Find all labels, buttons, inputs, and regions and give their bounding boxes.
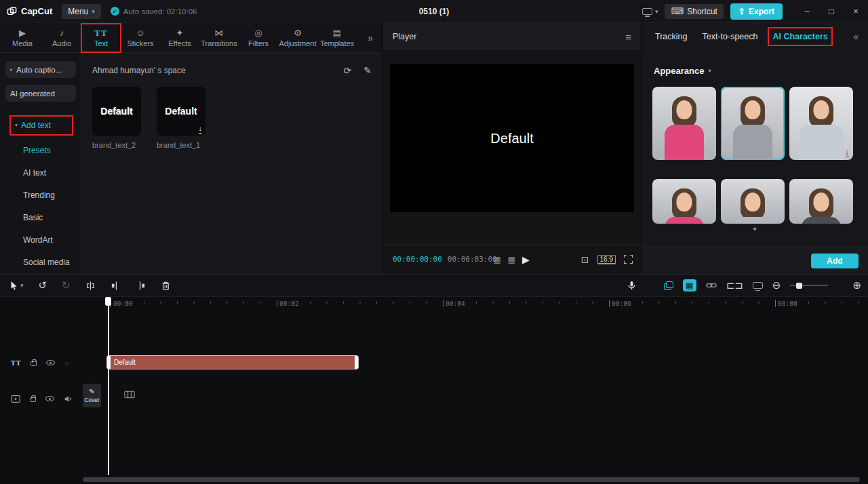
sidebar-item-add-text[interactable]: ▾ Add text [11,117,72,134]
timeline-scrollbar[interactable] [83,477,860,482]
frame-forward-icon[interactable]: ▦ [508,255,515,264]
player-title: Player [393,32,416,41]
edit-icon[interactable]: ✎ [363,65,372,76]
right-panel-tabs: Tracking Text-to-speech AI Characters « [642,23,868,50]
avatar-thumbnail-2[interactable] [721,87,785,160]
auto-snap-toggle[interactable]: ▦ [683,279,696,291]
avatar-thumbnail-3[interactable]: ↓ [789,87,853,160]
sidebar-item-presets[interactable]: Presets [0,140,81,162]
link-clips-toggle[interactable] [706,281,717,290]
tab-text-to-speech[interactable]: Text-to-speech [702,32,757,41]
toggle-visibility-icon[interactable] [46,360,55,365]
avatar-thumbnail-4[interactable] [652,179,716,224]
lock-icon[interactable] [30,397,36,402]
minimize-button[interactable]: – [795,0,819,23]
tab-label: Audio [52,39,71,47]
trim-left-icon [111,281,121,291]
ruler-label: 00:00 [111,300,133,307]
preview-overlay-text[interactable]: Default [490,130,533,146]
autosave-text: Auto saved: 02:10:06 [123,7,197,16]
timeline-zoom-slider[interactable] [790,281,828,290]
video-track-header [0,391,81,406]
tab-templates[interactable]: ▤ Templates [317,24,357,52]
preview-axis-toggle[interactable] [753,282,763,289]
tab-text[interactable]: TT Text [81,24,121,52]
sidebar-item-basic[interactable]: Basic [0,206,81,228]
tab-tracking[interactable]: Tracking [655,32,687,41]
close-button[interactable]: × [844,0,868,23]
shortcut-button[interactable]: ⌨ Shortcut [665,4,723,19]
main-track-magnet-toggle[interactable] [664,281,673,290]
split-button[interactable] [85,281,96,291]
right-panel-footer: Add [642,247,868,274]
avatar-thumbnail-6[interactable] [789,179,853,224]
expand-avatars-button[interactable]: ▾ [642,225,868,233]
zoom-in-button[interactable]: ⊕ [852,279,861,291]
tab-audio[interactable]: ♪ Audio [42,24,81,52]
refresh-icon[interactable]: ⟳ [344,65,352,76]
clip-label: Default [107,359,136,366]
timeline-text-clip[interactable]: Default [107,356,358,369]
collapse-panel-icon[interactable]: « [853,31,859,42]
tab-effects[interactable]: ✦ Effects [160,24,199,52]
menu-button[interactable]: Menu ▾ [62,4,101,19]
export-button[interactable]: ⇧ Export [730,3,783,20]
sidebar-item-ai-generated[interactable]: AI generated [5,85,76,102]
sidebar-item-trending[interactable]: Trending [0,184,81,206]
tab-transitions[interactable]: ⋈ Transitions [199,24,239,52]
appearance-section-header[interactable]: Appearance ▾ [642,66,868,76]
preview-quality-icon[interactable]: ⊡ [581,254,589,265]
delete-right-button[interactable] [136,281,146,291]
tab-label: Templates [320,39,354,47]
aspect-ratio-button[interactable]: 16:9 [597,255,616,264]
avatar-thumbnail-5[interactable] [721,179,785,224]
titlebar: CapCut Menu ▾ ✓ Auto saved: 02:10:06 051… [0,0,868,23]
fullscreen-icon[interactable] [624,255,633,264]
tab-stickers[interactable]: ☺ Stickers [121,24,160,52]
playhead-handle[interactable] [105,297,111,306]
maximize-button[interactable]: □ [819,0,844,23]
effects-icon: ✦ [176,28,184,38]
playhead[interactable] [108,297,109,475]
text-preset-card[interactable]: Default [92,87,141,136]
cover-button[interactable]: ✎ Cover [83,384,101,407]
avatar-thumbnail-1[interactable] [652,87,716,160]
delete-left-button[interactable] [111,281,121,291]
zoom-out-button[interactable]: ⊖ [772,279,781,291]
player-menu-icon[interactable]: ≡ [625,31,631,43]
zoom-slider-handle[interactable] [796,283,802,289]
select-tool-button[interactable]: ▾ [9,281,24,290]
tab-adjustment[interactable]: ⚙ Adjustment [278,24,317,52]
split-view-toggle[interactable]: ⊏⊐ [726,279,743,291]
redo-button[interactable]: ↻ [62,279,71,291]
record-voiceover-button[interactable] [627,280,637,291]
speaker-icon[interactable] [64,395,73,403]
play-button[interactable]: ▶ [522,254,530,265]
lock-icon[interactable] [31,361,37,366]
player-panel: Player ≡ Default 00:00:00:00 00:00:03:00… [383,23,641,274]
sidebar-item-social-media[interactable]: Social media [0,251,81,273]
sidebar-item-wordart[interactable]: WordArt [0,228,81,251]
sidebar-item-label: Add text [21,121,51,130]
tab-ai-characters[interactable]: AI Characters [772,32,827,41]
more-tabs-icon[interactable]: » [368,33,380,43]
preset-preview-text: Default [165,106,197,117]
toggle-visibility-icon[interactable] [45,396,54,401]
frame-back-icon[interactable]: ▦ [493,255,500,264]
tab-label: Stickers [127,39,153,47]
add-character-button[interactable]: Add [811,254,859,268]
video-preview[interactable]: Default [390,64,634,212]
caret-right-icon: ▸ [10,66,13,73]
text-preset-card[interactable]: Default ↓ [157,87,205,136]
tab-filters[interactable]: ◎ Filters [239,24,278,52]
track-option-icon[interactable]: ○ [64,359,68,367]
sidebar-item-auto-captions[interactable]: ▸ Auto captio... [5,61,76,78]
sidebar-item-ai-text[interactable]: AI text [0,161,81,184]
capcut-logo-icon [7,6,17,16]
tab-media[interactable]: ▶ Media [3,24,42,52]
video-clip-thumbnail[interactable] [124,390,135,399]
delete-button[interactable] [161,281,171,291]
undo-button[interactable]: ↺ [39,279,47,291]
display-device-button[interactable]: ▾ [642,8,658,15]
download-icon: ↓ [846,148,850,156]
